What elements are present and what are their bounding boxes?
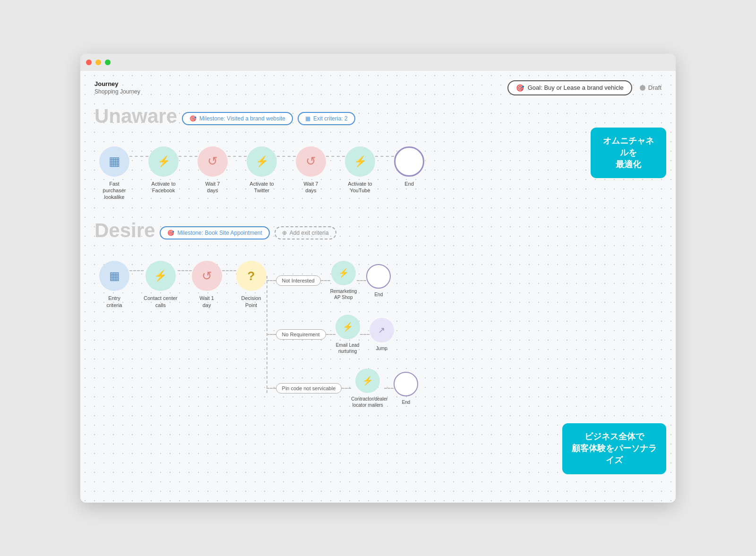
wait-7-2-label: Wait 7days	[304, 180, 318, 194]
cta-box-1-text: オムニチャネルを最適化	[603, 136, 654, 169]
desire-milestone[interactable]: 🎯 Milestone: Book Site Appointment	[160, 226, 269, 240]
status-text: Draft	[648, 84, 662, 91]
add-exit-text: Add exit criteria	[290, 230, 329, 236]
add-exit-icon: ⊕	[282, 230, 287, 236]
connector-2	[179, 146, 198, 157]
node-wait-7-2[interactable]: ↺ Wait 7days	[296, 146, 326, 194]
connector-3	[228, 146, 247, 157]
goal-pill[interactable]: 🎯 Goal: Buy or Lease a brand vehicle	[507, 80, 632, 95]
connector-5	[326, 146, 345, 157]
cta-box-1: オムニチャネルを最適化	[591, 128, 666, 179]
desire-label: Desire	[94, 219, 155, 242]
unaware-flow: ▦ Fastpurchaserlookalike ⚡ Activate toFa…	[94, 146, 662, 201]
wait-7-1-label: Wait 7days	[206, 180, 220, 194]
connector-d1	[129, 261, 144, 271]
node-jump[interactable]: ↗ Jump	[369, 318, 394, 351]
desire-flow: ▦ Entrycriteria ⚡ Contact centercalls	[94, 261, 662, 408]
maximize-button[interactable]	[105, 60, 111, 65]
branch-not-interested: Not Interested ⚡ RemarketingAP Shop	[266, 261, 419, 300]
node-email-lead[interactable]: ⚡ Email Leadnurturing	[335, 315, 360, 354]
unaware-milestone[interactable]: 🎯 Milestone: Visited a brand website	[182, 112, 293, 125]
activate-youtube-label: Activate toYouTube	[348, 180, 372, 194]
unaware-header: Unaware 🎯 Milestone: Visited a brand web…	[94, 105, 662, 132]
branch-label-no-requirement: No Requirement	[276, 329, 326, 340]
connector-6	[375, 146, 394, 157]
activate-youtube-icon: ⚡	[345, 146, 375, 177]
node-entry-criteria[interactable]: ▦ Entrycriteria	[99, 261, 129, 308]
connector-1	[129, 146, 148, 157]
desire-milestone-icon: 🎯	[167, 230, 174, 236]
minimize-button[interactable]	[95, 60, 101, 65]
branch-no-requirement: No Requirement ⚡ Email Leadnurturing	[266, 315, 419, 354]
activate-facebook-label: Activate toFacebook	[151, 180, 175, 194]
app-window: Journey Shopping Journey 🎯 Goal: Buy or …	[80, 54, 676, 503]
node-end-branch3[interactable]: End	[394, 372, 418, 405]
branch-pin-code: Pin code not servicable ⚡ Contractor/dea…	[266, 368, 419, 408]
close-button[interactable]	[86, 60, 92, 65]
end-1-label: End	[404, 180, 414, 187]
connector-d2	[178, 261, 192, 271]
cta-box-2: ビジネス全体で顧客体験をパーソナライズ	[562, 423, 666, 474]
decision-point-label: DecisionPoint	[241, 295, 261, 308]
node-remarketing-ap[interactable]: ⚡ RemarketingAP Shop	[330, 261, 357, 300]
wait-7-1-icon: ↺	[198, 146, 228, 177]
activate-facebook-icon: ⚡	[148, 146, 179, 177]
entry-criteria-icon: ▦	[99, 261, 129, 291]
milestone-icon: 🎯	[189, 115, 197, 122]
goal-icon: 🎯	[516, 84, 524, 92]
exit-icon: ▦	[305, 115, 310, 122]
exit-text: Exit criteria: 2	[313, 115, 348, 122]
node-activate-twitter[interactable]: ⚡ Activate toTwitter	[247, 146, 277, 194]
branch-label-not-interested: Not Interested	[276, 275, 321, 286]
journey-name: Shopping Journey	[94, 88, 140, 95]
branch-label-pin-code: Pin code not servicable	[276, 383, 342, 393]
remarketing-ap-label: RemarketingAP Shop	[330, 288, 357, 300]
end-branch1-icon	[366, 264, 391, 289]
node-contact-center[interactable]: ⚡ Contact centercalls	[144, 261, 178, 308]
entry-criteria-label: Entrycriteria	[106, 295, 122, 308]
cta-box-2-text: ビジネス全体で顧客体験をパーソナライズ	[572, 432, 657, 465]
jump-label: Jump	[376, 345, 387, 351]
desire-milestone-text: Milestone: Book Site Appointment	[177, 230, 262, 236]
unaware-label: Unaware	[94, 105, 177, 128]
jump-icon: ↗	[369, 318, 394, 342]
fast-purchaser-icon: ▦	[99, 146, 129, 177]
exit-criteria-pill[interactable]: ▦ Exit criteria: 2	[298, 112, 355, 125]
node-activate-youtube[interactable]: ⚡ Activate toYouTube	[345, 146, 375, 194]
node-wait-7-1[interactable]: ↺ Wait 7days	[198, 146, 228, 194]
email-lead-label: Email Leadnurturing	[336, 342, 360, 354]
node-wait-1-day[interactable]: ↺ Wait 1day	[192, 261, 222, 308]
status-badge: Draft	[640, 84, 662, 91]
node-contractor-dealer[interactable]: ⚡ Contractor/dealerlocator mailers	[351, 368, 384, 408]
contractor-dealer-icon: ⚡	[355, 368, 380, 393]
wait-1-day-icon: ↺	[192, 261, 222, 291]
end-1-icon	[394, 146, 424, 177]
connector-d3	[222, 261, 236, 271]
email-lead-icon: ⚡	[335, 315, 360, 339]
journey-info: Journey Shopping Journey	[94, 80, 140, 95]
contractor-dealer-label: Contractor/dealerlocator mailers	[351, 396, 384, 408]
add-exit-pill[interactable]: ⊕ Add exit criteria	[275, 226, 336, 240]
remarketing-ap-icon: ⚡	[331, 261, 356, 285]
contact-center-label: Contact centercalls	[144, 295, 178, 308]
header-right: 🎯 Goal: Buy or Lease a brand vehicle Dra…	[507, 80, 662, 95]
end-branch1-label: End	[374, 291, 383, 298]
wait-1-day-label: Wait 1day	[199, 295, 214, 308]
unaware-section: Unaware 🎯 Milestone: Visited a brand web…	[94, 105, 662, 201]
node-fast-purchaser[interactable]: ▦ Fastpurchaserlookalike	[99, 146, 129, 201]
wait-7-2-icon: ↺	[296, 146, 326, 177]
desire-header: Desire 🎯 Milestone: Book Site Appointmen…	[94, 219, 662, 247]
connector-4	[277, 146, 296, 157]
activate-twitter-icon: ⚡	[247, 146, 277, 177]
node-end-branch1[interactable]: End	[366, 264, 391, 298]
main-canvas: Journey Shopping Journey 🎯 Goal: Buy or …	[80, 71, 676, 503]
journey-label: Journey	[94, 80, 140, 87]
decision-point-icon: ?	[236, 261, 266, 291]
contact-center-icon: ⚡	[146, 261, 176, 291]
goal-text: Goal: Buy or Lease a brand vehicle	[528, 84, 624, 91]
node-activate-facebook[interactable]: ⚡ Activate toFacebook	[148, 146, 179, 194]
node-decision-point[interactable]: ? DecisionPoint	[236, 261, 266, 308]
page-header: Journey Shopping Journey 🎯 Goal: Buy or …	[94, 80, 662, 95]
end-branch3-icon	[394, 372, 418, 396]
node-end-1[interactable]: End	[394, 146, 424, 187]
